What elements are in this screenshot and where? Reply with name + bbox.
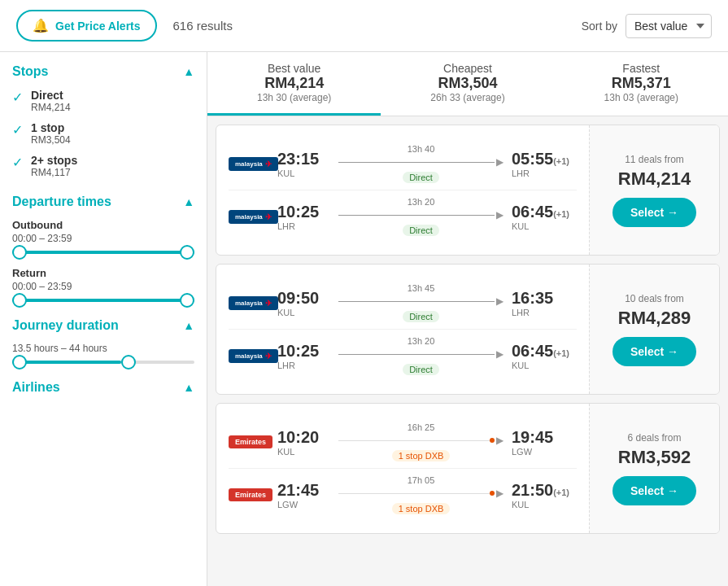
- flight-row-3a: Emirates 10:20 KUL 16h 25 ▶ 1 stop DXB: [229, 416, 577, 468]
- arrive-time-3b: 21:50(+1): [512, 481, 577, 500]
- outbound-slider-thumb-right[interactable]: [180, 245, 194, 260]
- outbound-slider-fill: [12, 251, 194, 254]
- duration-1a: 13h 40: [338, 144, 503, 154]
- flight-middle-1b: 13h 20 ▶ Direct: [330, 197, 512, 236]
- airline-logo-2a: malaysia✈: [229, 296, 277, 310]
- malaysia-badge-1b: malaysia✈: [229, 210, 278, 224]
- flight-card-2: malaysia✈ 09:50 KUL 13h 45 ▶ Direct: [216, 264, 720, 395]
- stop-1stop-label: 1 stop: [31, 121, 71, 134]
- malaysia-badge-2a: malaysia✈: [229, 296, 278, 310]
- journey-slider-thumb-left[interactable]: [12, 355, 27, 370]
- departure-section: Departure times ▲ Outbound 00:00 – 23:59…: [12, 195, 194, 302]
- tab-fastest-avg: 13h 03 (average): [565, 92, 718, 103]
- flight-middle-2b: 13h 20 ▶ Direct: [330, 336, 512, 375]
- stop-1stop-price: RM3,504: [31, 134, 71, 146]
- arrive-time-2a: 16:35: [512, 289, 577, 308]
- duration-3a: 16h 25: [338, 422, 503, 432]
- depart-city-1a: KUL: [277, 168, 330, 178]
- stop-2plus-price: RM4,117: [31, 167, 77, 178]
- stop-direct-label: Direct: [31, 89, 71, 102]
- arrive-time-2b: 06:45(+1): [512, 342, 577, 361]
- stop-badge-3b: 1 stop DXB: [392, 503, 451, 514]
- select-button-2[interactable]: Select →: [612, 337, 696, 366]
- journey-slider[interactable]: [12, 361, 194, 364]
- tab-cheapest[interactable]: Cheapest RM3,504 26h 33 (average): [381, 52, 554, 116]
- depart-time-2b: 10:25: [277, 342, 330, 361]
- stop-direct[interactable]: ✓ Direct RM4,214: [12, 89, 194, 113]
- airline-logo-2b: malaysia✈: [229, 349, 277, 363]
- tab-cheapest-title: Cheapest: [390, 62, 544, 75]
- return-slider-thumb-right[interactable]: [180, 293, 194, 308]
- stops-chevron-icon[interactable]: ▲: [183, 65, 194, 78]
- select-button-3[interactable]: Select →: [612, 476, 696, 505]
- tab-fastest-title: Fastest: [565, 62, 718, 75]
- return-slider-thumb-left[interactable]: [12, 293, 27, 308]
- stop-badge-2b: Direct: [403, 364, 439, 375]
- departure-chevron-icon[interactable]: ▲: [183, 195, 194, 208]
- outbound-label: Outbound: [12, 219, 194, 231]
- flight-row-1b: malaysia✈ 10:25 LHR 13h 20 ▶ Direct: [229, 190, 577, 243]
- journey-slider-fill: [12, 361, 121, 364]
- price-amount-1: RM4,214: [618, 168, 691, 190]
- outbound-slider[interactable]: [12, 251, 194, 254]
- emirates-badge-3b: Emirates: [229, 488, 272, 501]
- airline-logo-3a: Emirates: [229, 435, 277, 448]
- stop-badge-2a: Direct: [403, 311, 439, 322]
- journey-range: 13.5 hours – 44 hours: [12, 343, 194, 354]
- stop-direct-price: RM4,214: [31, 102, 71, 113]
- airlines-chevron-icon[interactable]: ▲: [183, 381, 194, 394]
- price-alert-button[interactable]: 🔔 Get Price Alerts: [16, 10, 157, 42]
- outbound-time: Outbound 00:00 – 23:59: [12, 219, 194, 254]
- tab-best-value[interactable]: Best value RM4,214 13h 30 (average): [207, 52, 381, 116]
- main-layout: Stops ▲ ✓ Direct RM4,214 ✓ 1 stop RM3,50…: [0, 52, 728, 586]
- flight-row-2b: malaysia✈ 10:25 LHR 13h 20 ▶ Direct: [229, 329, 577, 382]
- sort-label: Sort by: [582, 20, 617, 33]
- sidebar: Stops ▲ ✓ Direct RM4,214 ✓ 1 stop RM3,50…: [0, 52, 207, 586]
- stop-2plus[interactable]: ✓ 2+ stops RM4,117: [12, 154, 194, 178]
- depart-time-1a: 23:15: [277, 150, 330, 168]
- price-alert-label: Get Price Alerts: [55, 20, 141, 33]
- flight-price-3: 6 deals from RM3,592 Select →: [589, 404, 719, 533]
- stop-1stop[interactable]: ✓ 1 stop RM3,504: [12, 121, 194, 146]
- arrow-icon-3a: ▶: [496, 435, 503, 446]
- flight-price-1: 11 deals from RM4,214 Select →: [589, 125, 719, 255]
- outbound-slider-thumb-left[interactable]: [12, 245, 27, 260]
- flight-price-2: 10 deals from RM4,289 Select →: [589, 265, 719, 394]
- return-time: Return 00:00 – 23:59: [12, 267, 194, 302]
- return-slider-fill: [12, 299, 194, 302]
- flight-middle-3a: 16h 25 ▶ 1 stop DXB: [330, 422, 512, 461]
- flight-card-3: Emirates 10:20 KUL 16h 25 ▶ 1 stop DXB: [216, 403, 720, 534]
- arrive-time-1a: 05:55(+1): [512, 150, 577, 168]
- duration-2a: 13h 45: [338, 283, 503, 293]
- return-range: 00:00 – 23:59: [12, 281, 194, 292]
- tab-fastest-price: RM5,371: [565, 75, 718, 92]
- price-amount-2: RM4,289: [618, 308, 691, 329]
- sort-select[interactable]: Best value: [626, 14, 712, 38]
- depart-city-3b: LGW: [277, 500, 330, 509]
- journey-chevron-icon[interactable]: ▲: [183, 319, 194, 332]
- stops-title: Stops ▲: [12, 64, 194, 79]
- value-tabs: Best value RM4,214 13h 30 (average) Chea…: [207, 52, 728, 116]
- arrow-icon-1a: ▶: [496, 156, 503, 168]
- tab-best-title: Best value: [217, 62, 371, 75]
- depart-time-2a: 09:50: [277, 289, 330, 308]
- journey-slider-thumb-right[interactable]: [121, 355, 136, 370]
- airline-logo-1a: malaysia✈: [229, 157, 277, 171]
- select-button-1[interactable]: Select →: [612, 198, 696, 227]
- depart-time-1b: 10:25: [277, 203, 330, 221]
- tab-fastest[interactable]: Fastest RM5,371 13h 03 (average): [555, 52, 728, 116]
- deals-from-1: 11 deals from: [625, 154, 684, 165]
- check-icon: ✓: [12, 90, 23, 105]
- price-amount-3: RM3,592: [618, 447, 691, 468]
- departure-title: Departure times ▲: [12, 195, 194, 209]
- arrive-city-3b: KUL: [512, 500, 577, 509]
- return-slider[interactable]: [12, 299, 194, 302]
- emirates-badge-3a: Emirates: [229, 435, 272, 448]
- arrive-city-2a: LHR: [512, 308, 577, 317]
- return-label: Return: [12, 267, 194, 279]
- arrive-city-3a: LGW: [512, 447, 577, 457]
- deals-from-2: 10 deals from: [625, 293, 684, 304]
- arrive-city-1b: KUL: [512, 221, 577, 231]
- flight-card-1: malaysia✈ 23:15 KUL 13h 40 ▶ Direct: [216, 125, 720, 256]
- tab-cheapest-price: RM3,504: [390, 75, 544, 92]
